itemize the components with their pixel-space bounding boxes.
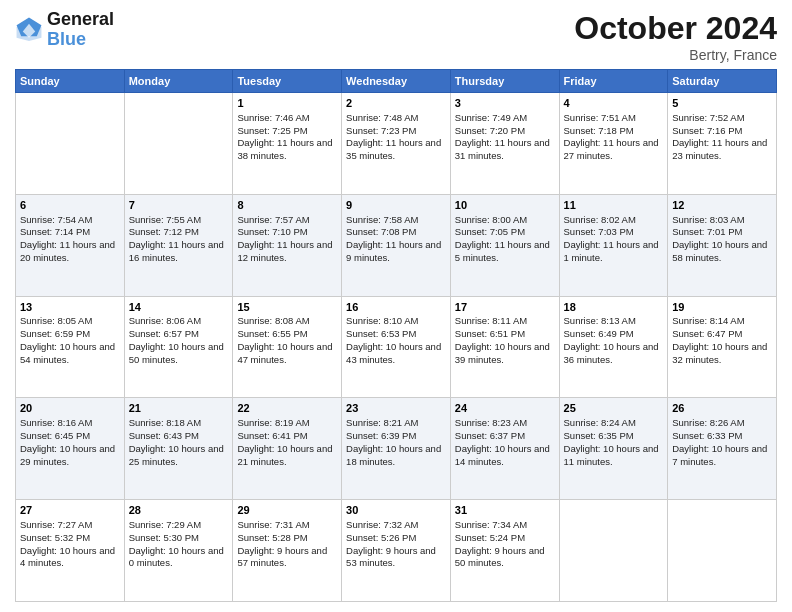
day-number: 18 (564, 300, 664, 315)
calendar-day-header: Saturday (668, 70, 777, 93)
day-info: Sunrise: 7:46 AMSunset: 7:25 PMDaylight:… (237, 112, 337, 163)
day-info: Sunrise: 8:08 AMSunset: 6:55 PMDaylight:… (237, 315, 337, 366)
day-info: Sunrise: 7:31 AMSunset: 5:28 PMDaylight:… (237, 519, 337, 570)
calendar-cell: 18 Sunrise: 8:13 AMSunset: 6:49 PMDaylig… (559, 296, 668, 398)
day-number: 20 (20, 401, 120, 416)
day-number: 3 (455, 96, 555, 111)
day-number: 30 (346, 503, 446, 518)
day-info: Sunrise: 8:26 AMSunset: 6:33 PMDaylight:… (672, 417, 772, 468)
day-info: Sunrise: 7:48 AMSunset: 7:23 PMDaylight:… (346, 112, 446, 163)
day-number: 25 (564, 401, 664, 416)
day-number: 16 (346, 300, 446, 315)
day-info: Sunrise: 7:54 AMSunset: 7:14 PMDaylight:… (20, 214, 120, 265)
day-info: Sunrise: 7:34 AMSunset: 5:24 PMDaylight:… (455, 519, 555, 570)
day-info: Sunrise: 8:02 AMSunset: 7:03 PMDaylight:… (564, 214, 664, 265)
day-number: 13 (20, 300, 120, 315)
calendar-cell: 19 Sunrise: 8:14 AMSunset: 6:47 PMDaylig… (668, 296, 777, 398)
day-info: Sunrise: 7:49 AMSunset: 7:20 PMDaylight:… (455, 112, 555, 163)
calendar-week-row: 1 Sunrise: 7:46 AMSunset: 7:25 PMDayligh… (16, 93, 777, 195)
calendar-week-row: 13 Sunrise: 8:05 AMSunset: 6:59 PMDaylig… (16, 296, 777, 398)
calendar-cell: 5 Sunrise: 7:52 AMSunset: 7:16 PMDayligh… (668, 93, 777, 195)
calendar-cell: 9 Sunrise: 7:58 AMSunset: 7:08 PMDayligh… (342, 194, 451, 296)
calendar-day-header: Sunday (16, 70, 125, 93)
calendar-cell: 8 Sunrise: 7:57 AMSunset: 7:10 PMDayligh… (233, 194, 342, 296)
day-info: Sunrise: 8:14 AMSunset: 6:47 PMDaylight:… (672, 315, 772, 366)
day-info: Sunrise: 8:03 AMSunset: 7:01 PMDaylight:… (672, 214, 772, 265)
calendar-cell: 23 Sunrise: 8:21 AMSunset: 6:39 PMDaylig… (342, 398, 451, 500)
calendar-cell: 22 Sunrise: 8:19 AMSunset: 6:41 PMDaylig… (233, 398, 342, 500)
calendar-cell: 11 Sunrise: 8:02 AMSunset: 7:03 PMDaylig… (559, 194, 668, 296)
calendar-cell: 21 Sunrise: 8:18 AMSunset: 6:43 PMDaylig… (124, 398, 233, 500)
day-info: Sunrise: 7:27 AMSunset: 5:32 PMDaylight:… (20, 519, 120, 570)
calendar-cell: 1 Sunrise: 7:46 AMSunset: 7:25 PMDayligh… (233, 93, 342, 195)
calendar-cell: 13 Sunrise: 8:05 AMSunset: 6:59 PMDaylig… (16, 296, 125, 398)
calendar-cell: 4 Sunrise: 7:51 AMSunset: 7:18 PMDayligh… (559, 93, 668, 195)
day-number: 19 (672, 300, 772, 315)
calendar-cell (16, 93, 125, 195)
day-info: Sunrise: 7:29 AMSunset: 5:30 PMDaylight:… (129, 519, 229, 570)
calendar-cell: 2 Sunrise: 7:48 AMSunset: 7:23 PMDayligh… (342, 93, 451, 195)
day-number: 12 (672, 198, 772, 213)
calendar-cell: 10 Sunrise: 8:00 AMSunset: 7:05 PMDaylig… (450, 194, 559, 296)
day-info: Sunrise: 8:13 AMSunset: 6:49 PMDaylight:… (564, 315, 664, 366)
day-number: 2 (346, 96, 446, 111)
calendar-day-header: Friday (559, 70, 668, 93)
day-info: Sunrise: 8:19 AMSunset: 6:41 PMDaylight:… (237, 417, 337, 468)
logo-icon (15, 16, 43, 44)
day-info: Sunrise: 7:51 AMSunset: 7:18 PMDaylight:… (564, 112, 664, 163)
day-number: 11 (564, 198, 664, 213)
calendar-cell: 14 Sunrise: 8:06 AMSunset: 6:57 PMDaylig… (124, 296, 233, 398)
day-info: Sunrise: 8:06 AMSunset: 6:57 PMDaylight:… (129, 315, 229, 366)
day-number: 7 (129, 198, 229, 213)
day-number: 28 (129, 503, 229, 518)
day-number: 27 (20, 503, 120, 518)
day-info: Sunrise: 8:16 AMSunset: 6:45 PMDaylight:… (20, 417, 120, 468)
calendar-cell: 12 Sunrise: 8:03 AMSunset: 7:01 PMDaylig… (668, 194, 777, 296)
day-number: 23 (346, 401, 446, 416)
day-info: Sunrise: 8:23 AMSunset: 6:37 PMDaylight:… (455, 417, 555, 468)
day-number: 26 (672, 401, 772, 416)
day-number: 4 (564, 96, 664, 111)
calendar-header-row: SundayMondayTuesdayWednesdayThursdayFrid… (16, 70, 777, 93)
day-info: Sunrise: 7:52 AMSunset: 7:16 PMDaylight:… (672, 112, 772, 163)
calendar-day-header: Thursday (450, 70, 559, 93)
month-title: October 2024 (574, 10, 777, 47)
calendar-cell: 7 Sunrise: 7:55 AMSunset: 7:12 PMDayligh… (124, 194, 233, 296)
logo-text: General Blue (47, 10, 114, 50)
header: General Blue October 2024 Bertry, France (15, 10, 777, 63)
calendar-cell: 24 Sunrise: 8:23 AMSunset: 6:37 PMDaylig… (450, 398, 559, 500)
day-number: 17 (455, 300, 555, 315)
day-info: Sunrise: 8:18 AMSunset: 6:43 PMDaylight:… (129, 417, 229, 468)
logo: General Blue (15, 10, 114, 50)
calendar-cell: 31 Sunrise: 7:34 AMSunset: 5:24 PMDaylig… (450, 500, 559, 602)
day-info: Sunrise: 8:11 AMSunset: 6:51 PMDaylight:… (455, 315, 555, 366)
logo-line1: General (47, 10, 114, 30)
calendar-cell (124, 93, 233, 195)
calendar-cell: 26 Sunrise: 8:26 AMSunset: 6:33 PMDaylig… (668, 398, 777, 500)
day-number: 6 (20, 198, 120, 213)
day-info: Sunrise: 7:57 AMSunset: 7:10 PMDaylight:… (237, 214, 337, 265)
calendar-week-row: 27 Sunrise: 7:27 AMSunset: 5:32 PMDaylig… (16, 500, 777, 602)
calendar-cell: 27 Sunrise: 7:27 AMSunset: 5:32 PMDaylig… (16, 500, 125, 602)
calendar-cell: 6 Sunrise: 7:54 AMSunset: 7:14 PMDayligh… (16, 194, 125, 296)
day-info: Sunrise: 8:24 AMSunset: 6:35 PMDaylight:… (564, 417, 664, 468)
day-number: 9 (346, 198, 446, 213)
calendar-cell: 3 Sunrise: 7:49 AMSunset: 7:20 PMDayligh… (450, 93, 559, 195)
day-info: Sunrise: 8:21 AMSunset: 6:39 PMDaylight:… (346, 417, 446, 468)
day-number: 15 (237, 300, 337, 315)
calendar-cell (668, 500, 777, 602)
day-number: 8 (237, 198, 337, 213)
day-info: Sunrise: 7:32 AMSunset: 5:26 PMDaylight:… (346, 519, 446, 570)
day-number: 22 (237, 401, 337, 416)
calendar-cell: 29 Sunrise: 7:31 AMSunset: 5:28 PMDaylig… (233, 500, 342, 602)
location: Bertry, France (574, 47, 777, 63)
calendar-day-header: Monday (124, 70, 233, 93)
calendar-day-header: Wednesday (342, 70, 451, 93)
logo-line2: Blue (47, 30, 114, 50)
calendar-day-header: Tuesday (233, 70, 342, 93)
calendar-cell: 25 Sunrise: 8:24 AMSunset: 6:35 PMDaylig… (559, 398, 668, 500)
calendar-table: SundayMondayTuesdayWednesdayThursdayFrid… (15, 69, 777, 602)
page: General Blue October 2024 Bertry, France… (0, 0, 792, 612)
day-number: 14 (129, 300, 229, 315)
day-info: Sunrise: 7:58 AMSunset: 7:08 PMDaylight:… (346, 214, 446, 265)
